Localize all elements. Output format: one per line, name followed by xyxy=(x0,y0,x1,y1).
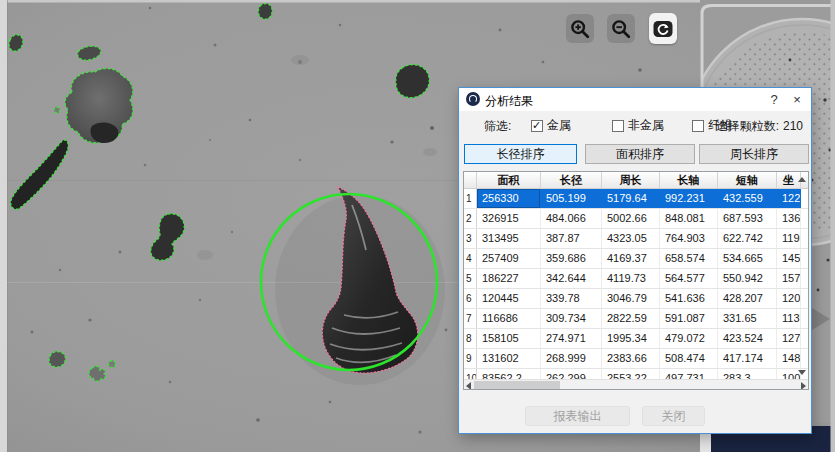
table-cell[interactable]: 1995.34 xyxy=(602,329,660,348)
table-cell[interactable]: 4119.73 xyxy=(602,269,660,288)
table-cell[interactable]: 11985 xyxy=(777,229,801,248)
table-cell[interactable]: 268.999 xyxy=(541,349,602,368)
table-cell[interactable]: 1 xyxy=(464,189,477,208)
table-cell[interactable]: 5 xyxy=(464,269,477,288)
help-button[interactable]: ? xyxy=(765,91,783,108)
table-cell[interactable]: 326915 xyxy=(477,209,541,228)
table-cell[interactable]: 2 xyxy=(464,209,477,228)
table-cell[interactable]: 309.734 xyxy=(541,309,602,328)
table-cell[interactable]: 342.644 xyxy=(541,269,602,288)
checkbox-unchecked-icon[interactable] xyxy=(612,120,624,132)
horizontal-scrollbar[interactable] xyxy=(464,379,808,389)
table-cell[interactable]: 423.524 xyxy=(718,329,777,348)
table-cell[interactable]: 9 xyxy=(464,349,477,368)
table-body[interactable]: 1256330505.1995179.64992.231432.55912241… xyxy=(464,189,808,380)
close-button[interactable]: 关闭 xyxy=(642,406,705,426)
column-header[interactable]: 短轴 xyxy=(718,172,777,188)
column-header[interactable]: 长径 xyxy=(541,172,602,188)
table-cell[interactable]: 120445 xyxy=(477,289,541,308)
filter-checkbox-1[interactable]: 金属 xyxy=(531,117,571,134)
table-cell[interactable]: 387.87 xyxy=(541,229,602,248)
table-cell[interactable]: 2822.59 xyxy=(602,309,660,328)
table-cell[interactable]: 541.636 xyxy=(660,289,718,308)
table-cell[interactable]: 12068.5 xyxy=(777,289,801,308)
zoom-in-button[interactable] xyxy=(566,14,594,43)
checkbox-checked-icon[interactable] xyxy=(531,120,543,132)
sort-button-1[interactable]: 长径排序 xyxy=(464,144,577,164)
table-cell[interactable]: 417.174 xyxy=(718,349,777,368)
table-cell[interactable]: 687.593 xyxy=(718,209,777,228)
table-cell[interactable]: 116686 xyxy=(477,309,541,328)
table-cell[interactable]: 12705.9 xyxy=(777,329,801,348)
table-cell[interactable]: 158105 xyxy=(477,329,541,348)
refresh-button[interactable] xyxy=(649,13,677,44)
table-cell[interactable]: 15703.5 xyxy=(777,269,801,288)
scroll-left-icon[interactable] xyxy=(466,382,471,390)
dialog-titlebar[interactable]: 分析结果 ? × xyxy=(459,88,811,111)
table-cell[interactable]: 848.081 xyxy=(660,209,718,228)
table-cell[interactable]: 14504.3 xyxy=(777,249,801,268)
table-cell[interactable]: 313495 xyxy=(477,229,541,248)
table-cell[interactable]: 331.65 xyxy=(718,309,777,328)
table-cell[interactable]: 256330 xyxy=(477,189,541,208)
table-cell[interactable]: 3 xyxy=(464,229,477,248)
table-cell[interactable]: 550.942 xyxy=(718,269,777,288)
table-cell[interactable]: 4 xyxy=(464,249,477,268)
table-cell[interactable]: 658.574 xyxy=(660,249,718,268)
zoom-out-button[interactable] xyxy=(607,14,635,43)
scroll-down-icon[interactable] xyxy=(798,370,806,375)
table-cell[interactable]: 2383.66 xyxy=(602,349,660,368)
table-cell[interactable]: 339.78 xyxy=(541,289,602,308)
sort-button-2[interactable]: 面积排序 xyxy=(585,144,695,164)
table-cell[interactable]: 3046.79 xyxy=(602,289,660,308)
scrollbar-thumb[interactable] xyxy=(474,381,560,389)
table-cell[interactable]: 5179.64 xyxy=(602,189,660,208)
table-cell[interactable]: 8 xyxy=(464,329,477,348)
scroll-up-icon[interactable] xyxy=(798,177,806,182)
table-row[interactable]: 8158105274.9711995.34479.072423.52412705… xyxy=(464,329,808,349)
table-cell[interactable]: 992.231 xyxy=(660,189,718,208)
table-cell[interactable]: 186227 xyxy=(477,269,541,288)
column-header[interactable]: 面积 xyxy=(477,172,541,188)
table-row[interactable]: 2326915484.0665002.66848.081687.59313653 xyxy=(464,209,808,229)
table-cell[interactable]: 4323.05 xyxy=(602,229,660,248)
column-header[interactable] xyxy=(464,172,477,188)
column-header[interactable]: 长轴 xyxy=(660,172,718,188)
table-cell[interactable]: 564.577 xyxy=(660,269,718,288)
table-cell[interactable]: 622.742 xyxy=(718,229,777,248)
results-table[interactable]: 面积长径周长长轴短轴坐 1256330505.1995179.64992.231… xyxy=(463,171,809,390)
table-cell[interactable]: 508.474 xyxy=(660,349,718,368)
table-cell[interactable]: 4169.37 xyxy=(602,249,660,268)
table-row[interactable]: 9131602268.9992383.66508.474417.17414829… xyxy=(464,349,808,369)
table-cell[interactable]: 428.207 xyxy=(718,289,777,308)
column-header[interactable]: 周长 xyxy=(602,172,660,188)
table-cell[interactable]: 6 xyxy=(464,289,477,308)
table-cell[interactable]: 257409 xyxy=(477,249,541,268)
table-cell[interactable]: 359.686 xyxy=(541,249,602,268)
table-cell[interactable]: 11396.5 xyxy=(777,309,801,328)
table-cell[interactable]: 12241.5 xyxy=(777,189,801,208)
table-cell[interactable]: 14829.5 xyxy=(777,349,801,368)
table-cell[interactable]: 505.199 xyxy=(541,189,602,208)
table-cell[interactable]: 432.559 xyxy=(718,189,777,208)
table-cell[interactable]: 534.665 xyxy=(718,249,777,268)
table-row[interactable]: 6120445339.783046.79541.636428.20712068.… xyxy=(464,289,808,309)
table-row[interactable]: 1256330505.1995179.64992.231432.55912241… xyxy=(464,189,808,209)
checkbox-unchecked-icon[interactable] xyxy=(692,120,704,132)
table-cell[interactable]: 131602 xyxy=(477,349,541,368)
table-row[interactable]: 7116686309.7342822.59591.087331.6511396.… xyxy=(464,309,808,329)
scroll-right-icon[interactable] xyxy=(801,382,806,390)
table-row[interactable]: 3313495387.874323.05764.903622.74211985 xyxy=(464,229,808,249)
table-cell[interactable]: 764.903 xyxy=(660,229,718,248)
table-cell[interactable]: 13653 xyxy=(777,209,801,228)
table-cell[interactable]: 5002.66 xyxy=(602,209,660,228)
filter-checkbox-2[interactable]: 非金属 xyxy=(612,117,664,134)
table-row[interactable]: 4257409359.6864169.37658.574534.66514504… xyxy=(464,249,808,269)
table-cell[interactable]: 484.066 xyxy=(541,209,602,228)
table-row[interactable]: 5186227342.6444119.73564.577550.94215703… xyxy=(464,269,808,289)
table-cell[interactable]: 7 xyxy=(464,309,477,328)
close-icon[interactable]: × xyxy=(788,91,806,108)
table-cell[interactable]: 479.072 xyxy=(660,329,718,348)
table-cell[interactable]: 274.971 xyxy=(541,329,602,348)
report-export-button[interactable]: 报表输出 xyxy=(525,406,630,426)
